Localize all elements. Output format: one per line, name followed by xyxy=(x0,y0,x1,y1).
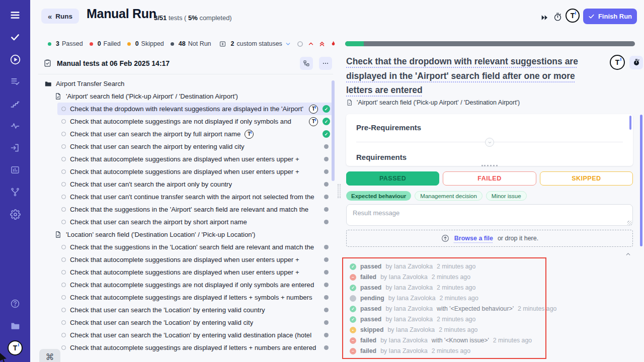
chevrons-left-icon: « xyxy=(48,12,52,21)
priority-normal-filter-icon[interactable] xyxy=(297,41,303,47)
test-title[interactable]: Check that the dropdown with relevant su… xyxy=(346,54,588,98)
tag-expected-behaviour[interactable]: Expected behaviour xyxy=(346,191,411,201)
sidebar-item-analytics[interactable] xyxy=(7,162,23,178)
chev-down-icon xyxy=(285,41,291,47)
priority-higher-filter-icon[interactable] xyxy=(318,40,326,47)
tree-label: Check that user can search the 'Location… xyxy=(70,306,265,314)
test-bullet-icon xyxy=(61,245,66,249)
history-failed-icon: − xyxy=(350,274,356,281)
test-row[interactable]: Check that user can't continue transfer … xyxy=(57,191,333,203)
priority-critical-filter-icon[interactable] xyxy=(330,40,337,48)
tag-management-decision[interactable]: Management decision xyxy=(415,191,482,201)
tree-label: Check that autocomplete suggestings are … xyxy=(70,281,314,289)
test-row[interactable]: Check that user can search the 'Location… xyxy=(57,316,333,329)
run-progress-text: 3/51 tests ( 5% completed) xyxy=(154,14,232,22)
test-row[interactable]: Check that autocomplete suggestions are … xyxy=(57,165,333,178)
test-row[interactable]: Check that user can search the 'Location… xyxy=(57,304,333,316)
folder-row[interactable]: Airport Transfer Search xyxy=(44,77,333,90)
finish-run-button[interactable]: Finish Run xyxy=(583,9,637,24)
tree-more-button[interactable] xyxy=(319,57,332,70)
failed-button[interactable]: FAILED xyxy=(443,171,536,186)
priority-high-filter-icon[interactable] xyxy=(307,40,314,47)
fast-forward-button[interactable] xyxy=(540,14,548,24)
status-notrun-icon xyxy=(324,345,329,350)
sidebar-item-pulse[interactable] xyxy=(7,118,23,134)
tree-label: Airport Transfer Search xyxy=(56,80,124,87)
test-row[interactable]: Check that autocomplete suggestions are … xyxy=(57,253,333,266)
test-row[interactable]: Check that the dropdown with relevant su… xyxy=(57,103,333,115)
collapse-section-button[interactable] xyxy=(485,138,494,147)
test-row[interactable]: Check that user can't search the airport… xyxy=(57,178,333,191)
test-row[interactable]: Check that autocomplete suggestings are … xyxy=(57,279,333,291)
passed-dot-icon xyxy=(48,42,51,46)
test-bullet-icon xyxy=(61,308,66,312)
sidebar-item-projects[interactable] xyxy=(7,318,23,334)
panel-resize-handle[interactable] xyxy=(338,184,341,198)
folder-icon xyxy=(44,80,52,87)
skipped-button[interactable]: SKIPPED xyxy=(540,171,633,186)
file-dropzone[interactable]: Browse a file or drop it here. xyxy=(346,230,633,247)
section-divider xyxy=(356,142,623,142)
sidebar-item-branches[interactable] xyxy=(7,184,23,200)
status-notrun-icon xyxy=(324,283,329,287)
test-timer-button[interactable] xyxy=(629,56,643,69)
browse-file-link[interactable]: Browse a file xyxy=(454,235,493,242)
test-bullet-icon xyxy=(61,207,66,212)
tree-scrollbar[interactable] xyxy=(332,80,335,181)
history-skipped-icon: • xyxy=(350,327,356,333)
back-to-runs-button[interactable]: « Runs xyxy=(41,9,79,24)
test-row[interactable]: Check that autocomplete suggestings are … xyxy=(57,341,333,354)
sidebar-item-runs[interactable] xyxy=(7,51,23,67)
status-notrun-icon xyxy=(324,333,329,337)
suite-row[interactable]: 'Airport' search field ('Pick-up Airport… xyxy=(54,90,333,103)
collapse-history-button[interactable] xyxy=(625,251,631,257)
timer-button[interactable] xyxy=(553,12,562,24)
sidebar-item-steps[interactable] xyxy=(7,96,23,112)
status-buttons: PASSED FAILED SKIPPED xyxy=(346,171,633,186)
automated-badge-icon: T xyxy=(245,130,254,139)
test-bullet-icon xyxy=(61,182,66,187)
notrun-dot-icon xyxy=(171,42,174,46)
test-row[interactable]: Check that user can search the airport b… xyxy=(57,128,333,140)
test-row[interactable]: Check that user can search the airport b… xyxy=(57,140,333,153)
testomat-logo: T xyxy=(566,9,580,23)
sidebar-item-tests[interactable] xyxy=(7,29,23,45)
textarea-resize-grip[interactable] xyxy=(627,221,632,225)
history-entry: −failed by Iana Zavoloka 2 minutes ago xyxy=(350,274,540,281)
sidebar-item-settings[interactable] xyxy=(7,206,23,222)
result-message-input[interactable] xyxy=(346,204,633,226)
suite-row[interactable]: 'Location' search field ('Destination Lo… xyxy=(54,228,333,241)
test-row[interactable]: Check that the suggestions in the 'Locat… xyxy=(57,241,333,253)
test-row[interactable]: Check that the suggestions in the 'Airpo… xyxy=(57,203,333,216)
test-bullet-icon xyxy=(61,295,66,300)
history-passed-icon: ✓ xyxy=(350,285,356,291)
test-row[interactable]: Check that user can search the airport b… xyxy=(57,216,333,228)
custom-statuses-chevron-icon[interactable] xyxy=(285,41,291,47)
test-row[interactable]: Check that autocomplete suggestions are … xyxy=(57,266,333,279)
history-failed-icon: − xyxy=(350,337,356,344)
test-row[interactable]: Check that user can search the 'Location… xyxy=(57,329,333,341)
keyboard-shortcuts-button[interactable]: ⌘ xyxy=(39,349,60,362)
play-icon xyxy=(10,54,21,65)
tree-view-button[interactable] xyxy=(300,57,313,70)
sidebar-item-menu[interactable] xyxy=(7,7,23,23)
file-icon xyxy=(54,93,62,100)
test-row[interactable]: Check that autocomplete suggestings are … xyxy=(57,291,333,304)
tree-label: Check that the suggestions in the 'Locat… xyxy=(70,243,314,251)
detail-scrollbar[interactable] xyxy=(640,115,642,246)
test-row[interactable]: Check that autocomplete suggestings are … xyxy=(57,115,333,128)
requirements-card: Pre-Requirements Requirements xyxy=(346,114,633,166)
sidebar-item-help[interactable] xyxy=(7,296,23,312)
status-notrun-icon xyxy=(324,195,329,199)
test-row[interactable]: Check that autocomplete suggestions are … xyxy=(57,153,333,165)
card-resize-handle[interactable] xyxy=(481,165,498,166)
sidebar-item-logo[interactable]: T xyxy=(7,340,23,356)
sidebar-item-import[interactable] xyxy=(7,140,23,156)
tree-label: Check that autocomplete suggestions are … xyxy=(70,268,299,276)
passed-button[interactable]: PASSED xyxy=(346,171,439,186)
card-scrollbar[interactable] xyxy=(629,116,631,130)
list-check-icon xyxy=(10,76,20,86)
tag-minor-issue[interactable]: Minor issue xyxy=(486,191,527,201)
ff-icon xyxy=(540,14,548,22)
sidebar-item-test-plans[interactable] xyxy=(7,73,23,89)
